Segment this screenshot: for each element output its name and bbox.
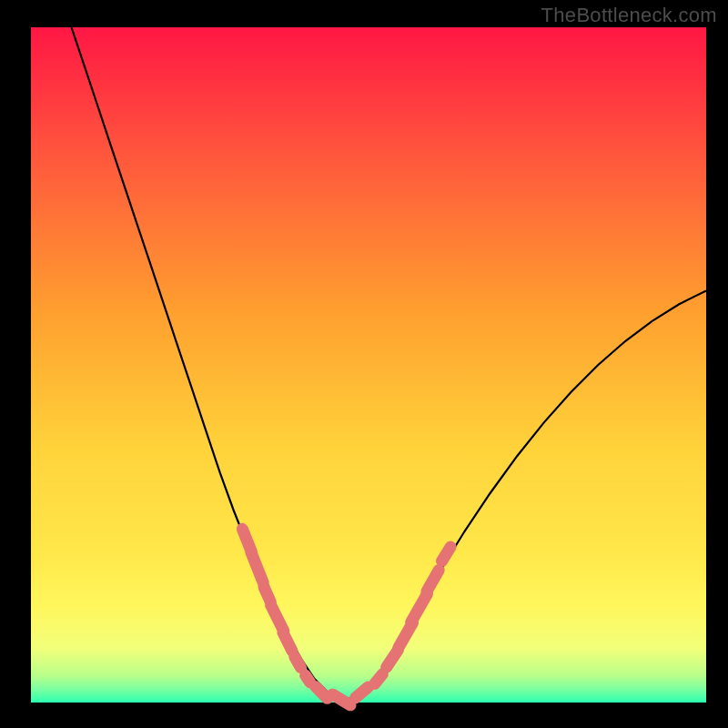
watermark-text: TheBottleneck.com <box>541 4 717 27</box>
plot-area <box>31 27 706 703</box>
chart-frame: TheBottleneck.com <box>0 0 728 728</box>
bottleneck-chart <box>0 0 728 728</box>
